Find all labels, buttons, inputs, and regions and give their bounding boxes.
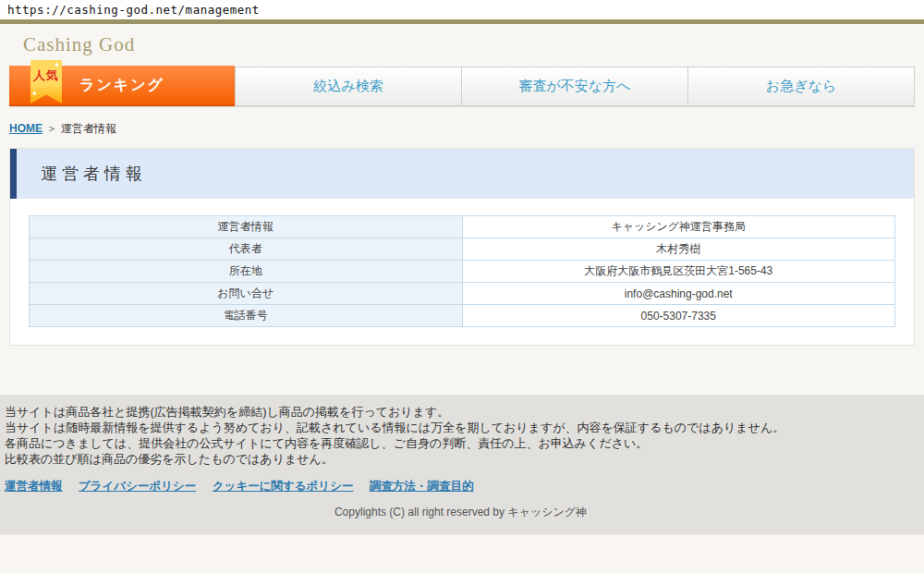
footer-link-privacy-policy[interactable]: プライバシーポリシー <box>79 480 196 493</box>
operator-info-table-wrap: 運営者情報 キャッシング神運営事務局 代表者 木村秀樹 所在地 大阪府大阪市鶴見… <box>10 199 914 345</box>
bottom-strip <box>0 534 924 567</box>
row-label-contact: お問い合せ <box>30 283 463 305</box>
address-bar[interactable]: https://cashing-god.net/management <box>0 0 924 19</box>
row-value-phone: 050-5307-7335 <box>462 305 895 327</box>
popular-ribbon-badge: 人気 ✦ ✦ <box>30 60 62 104</box>
row-label-phone: 電話番号 <box>30 305 463 327</box>
breadcrumb-home-link[interactable]: HOME <box>9 122 43 135</box>
site-logo[interactable]: Cashing God <box>23 33 924 56</box>
row-value-representative: 木村秀樹 <box>462 238 895 261</box>
table-row: 運営者情報 キャッシング神運営事務局 <box>30 216 895 238</box>
footer-disclaimer-line: 各商品につきましては、提供会社の公式サイトにて内容を再度確認し、ご自身の判断、責… <box>5 435 917 451</box>
nav-tab-filter-search[interactable]: 絞込み検索 <box>235 67 461 105</box>
footer-disclaimer-line: 当サイトは随時最新情報を提供するよう努めており、記載されている情報には万全を期し… <box>5 420 917 435</box>
nav-tab-label: 絞込み検索 <box>313 78 383 95</box>
operator-info-table: 運営者情報 キャッシング神運営事務局 代表者 木村秀樹 所在地 大阪府大阪市鶴見… <box>29 215 895 327</box>
row-value-operator: キャッシング神運営事務局 <box>462 216 895 238</box>
breadcrumb-separator: ＞ <box>46 122 57 135</box>
sparkle-icon: ✦ <box>54 62 61 69</box>
table-row: 電話番号 050-5307-7335 <box>30 305 895 327</box>
breadcrumb: HOME＞運営者情報 <box>9 121 924 135</box>
page-title: 運営者情報 <box>41 163 147 185</box>
main-nav: 人気 ✦ ✦ ランキング 絞込み検索 審査が不安な方へ お急ぎなら <box>9 67 915 106</box>
site-header: Cashing God <box>0 24 924 67</box>
footer-links: 運営者情報 プライバシーポリシー クッキーに関するポリシー 調査方法・調査目的 <box>5 479 917 494</box>
row-label-operator: 運営者情報 <box>30 216 463 238</box>
nav-tab-screening-worries[interactable]: 審査が不安な方へ <box>461 67 687 105</box>
footer-link-research-method[interactable]: 調査方法・調査目的 <box>370 480 474 493</box>
breadcrumb-current: 運営者情報 <box>61 122 116 135</box>
row-label-representative: 代表者 <box>30 238 463 261</box>
nav-tab-label: 審査が不安な方へ <box>518 78 630 95</box>
table-row: 代表者 木村秀樹 <box>30 238 895 261</box>
footer-link-operator-info[interactable]: 運営者情報 <box>5 480 63 493</box>
row-value-contact: info@cashing-god.net <box>462 283 895 305</box>
footer-disclaimer-line: 当サイトは商品各社と提携(広告掲載契約を締結)し商品の掲載を行っております。 <box>5 404 917 420</box>
nav-tab-in-a-hurry[interactable]: お急ぎなら <box>687 67 914 105</box>
nav-tab-label: お急ぎなら <box>766 78 836 95</box>
table-row: 所在地 大阪府大阪市鶴見区茨田大宮1-565-43 <box>30 261 895 283</box>
table-row: お問い合せ info@cashing-god.net <box>30 283 895 305</box>
site-footer: 当サイトは商品各社と提携(広告掲載契約を締結)し商品の掲載を行っております。 当… <box>0 395 924 534</box>
copyright-text: Copylights (C) all right reserved by キャッ… <box>5 505 917 520</box>
nav-tab-ranking[interactable]: 人気 ✦ ✦ ランキング <box>9 66 235 106</box>
footer-disclaimer-line: 比較表の並び順は商品の優劣を示したものではありません。 <box>5 451 917 467</box>
content-card: 運営者情報 運営者情報 キャッシング神運営事務局 代表者 木村秀樹 所在地 大阪… <box>9 148 915 346</box>
nav-tab-label: ランキング <box>79 76 164 95</box>
footer-link-cookie-policy[interactable]: クッキーに関するポリシー <box>213 480 354 493</box>
url-text: https://cashing-god.net/management <box>7 3 260 17</box>
page-title-bar: 運営者情報 <box>10 149 914 199</box>
ribbon-badge-label: 人気 <box>33 68 59 82</box>
sparkle-icon: ✦ <box>31 91 39 98</box>
row-value-address: 大阪府大阪市鶴見区茨田大宮1-565-43 <box>462 261 895 283</box>
row-label-address: 所在地 <box>30 261 463 283</box>
